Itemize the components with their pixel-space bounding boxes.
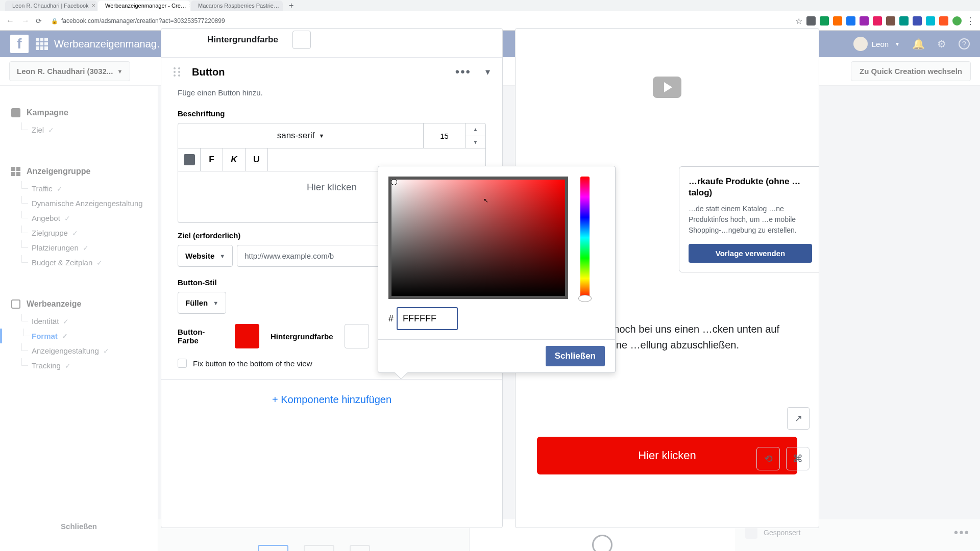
chevron-down-icon: ▼: [219, 253, 225, 259]
browser-tab[interactable]: Macarons Raspberries Pastrie… ×: [191, 1, 283, 11]
underline-button[interactable]: U: [246, 148, 268, 171]
bold-button[interactable]: F: [201, 148, 223, 171]
extension-icons: ☆ ⋮: [795, 15, 975, 27]
close-icon[interactable]: ×: [282, 2, 283, 9]
extension-icon[interactable]: [886, 16, 895, 26]
destination-type-select[interactable]: Website ▼: [178, 245, 233, 267]
hex-input[interactable]: [397, 307, 458, 330]
cursor-icon: ↖: [483, 197, 488, 204]
new-tab-button[interactable]: +: [284, 1, 299, 10]
hue-handle-icon[interactable]: [578, 295, 592, 302]
font-size-up-icon[interactable]: ▲: [465, 123, 485, 136]
saturation-value-area[interactable]: ↖: [388, 177, 568, 299]
extension-icon[interactable]: [926, 16, 935, 26]
video-preview[interactable]: [516, 29, 819, 146]
extension-icon[interactable]: [873, 16, 882, 26]
close-picker-button[interactable]: Schließen: [546, 346, 605, 366]
promo-text: …de statt einem Katalog …ne Produktinfos…: [689, 204, 812, 236]
help-text: Füge einen Button hinzu.: [178, 88, 486, 97]
close-icon[interactable]: ×: [92, 2, 95, 9]
chevron-down-icon: ▼: [213, 300, 218, 306]
font-size-down-icon[interactable]: ▼: [465, 136, 485, 148]
more-icon[interactable]: •••: [455, 65, 471, 79]
destination-type-value: Website: [185, 252, 214, 260]
use-template-button[interactable]: Vorlage verwenden: [689, 244, 812, 263]
promo-title: …rkaufe Produkte (ohne …talog): [689, 176, 812, 198]
url-field[interactable]: 🔒 facebook.com/adsmanager/creation?act=3…: [51, 17, 225, 24]
extension-icon[interactable]: [913, 16, 922, 26]
browser-chrome: Leon R. Chaudhari | Facebook × Werbeanze…: [0, 0, 980, 31]
template-promo-card: …rkaufe Produkte (ohne …talog) …de statt…: [679, 166, 819, 272]
drag-handle-icon[interactable]: [174, 67, 181, 77]
checkbox-icon[interactable]: [178, 359, 187, 368]
open-external-button[interactable]: ↗: [787, 407, 810, 430]
button-style-select[interactable]: Füllen ▼: [178, 292, 226, 314]
italic-button[interactable]: K: [223, 148, 246, 171]
close-icon[interactable]: ×: [189, 2, 190, 9]
extension-icon[interactable]: [833, 16, 842, 26]
menu-icon[interactable]: ⋮: [966, 15, 975, 27]
text-color-button[interactable]: [178, 148, 201, 171]
chevron-down-icon: ▼: [318, 133, 324, 139]
extension-icon[interactable]: [899, 16, 909, 26]
url-text: facebook.com/adsmanager/creation?act=303…: [61, 17, 225, 24]
tab-title: Leon R. Chaudhari | Facebook: [12, 3, 89, 9]
font-size-field[interactable]: 15: [423, 123, 465, 148]
color-square-icon: [184, 154, 195, 165]
font-family-value: sans-serif: [277, 131, 315, 141]
hash-label: #: [388, 313, 394, 324]
extension-icon[interactable]: [860, 16, 869, 26]
bg-color-swatch[interactable]: [292, 31, 311, 49]
play-icon: [653, 77, 681, 98]
debug-button[interactable]: ⌘: [786, 447, 810, 470]
refresh-button[interactable]: ⟲: [756, 447, 780, 470]
bg-color-row: Hintergrundfarbe: [161, 29, 502, 57]
browser-tab[interactable]: Leon R. Chaudhari | Facebook ×: [5, 1, 97, 11]
button-color-label: Button-Farbe: [178, 328, 224, 345]
label-field-label: Beschriftung: [178, 109, 486, 118]
tab-title: Werbeanzeigenmanager - Cre…: [105, 3, 186, 9]
browser-tab[interactable]: Werbeanzeigenmanager - Cre… ×: [98, 1, 190, 11]
button-color-swatch[interactable]: [235, 324, 259, 348]
browser-tabs: Leon R. Chaudhari | Facebook × Werbeanze…: [0, 0, 980, 11]
extension-icon[interactable]: [806, 16, 816, 26]
chevron-down-icon[interactable]: ▾: [485, 66, 490, 78]
hue-slider[interactable]: [580, 177, 590, 299]
button-style-value: Füllen: [185, 298, 208, 307]
button-bg-color-swatch[interactable]: [345, 324, 369, 348]
extension-icon[interactable]: [820, 16, 829, 26]
bg-color-label: Hintergrundfarbe: [207, 35, 278, 45]
font-family-select[interactable]: sans-serif ▼: [178, 123, 423, 148]
external-link-icon: ↗: [795, 413, 802, 424]
extension-icon[interactable]: [846, 16, 855, 26]
back-icon[interactable]: ←: [5, 16, 15, 26]
refresh-icon: ⟲: [764, 453, 773, 465]
color-picker-popup: ↖ # Schließen: [378, 166, 616, 373]
reload-icon[interactable]: ⟳: [36, 17, 46, 25]
sv-handle-icon[interactable]: [391, 180, 397, 185]
add-component-button[interactable]: + Komponente hinzufügen: [161, 379, 502, 420]
extension-icon[interactable]: [939, 16, 948, 26]
button-bg-color-label: Hintergrundfarbe: [271, 332, 333, 341]
button-panel-header: Button ••• ▾: [161, 57, 502, 86]
star-icon[interactable]: ☆: [795, 16, 802, 26]
tab-title: Macarons Raspberries Pastrie…: [198, 3, 279, 9]
forward-icon[interactable]: →: [20, 16, 31, 26]
panel-title: Button: [192, 66, 225, 78]
fix-bottom-label: Fix button to the bottom of the view: [193, 359, 312, 368]
lock-icon: 🔒: [51, 18, 58, 24]
bug-icon: ⌘: [793, 453, 803, 465]
profile-avatar-icon[interactable]: [952, 16, 962, 26]
